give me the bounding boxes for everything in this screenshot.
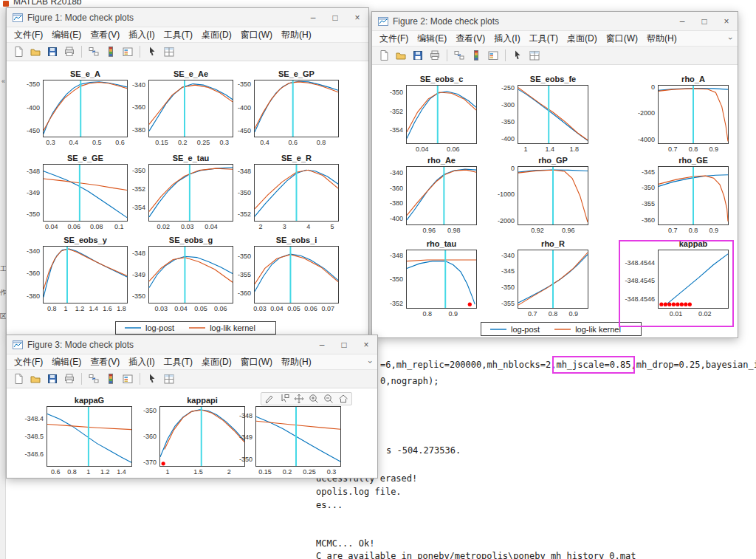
y-tick-label: -2000 — [622, 109, 655, 117]
figure-3-window: Figure 3: Mode check plots – □ × 文件(F)编辑… — [6, 335, 378, 479]
red-dot — [680, 303, 684, 306]
y-tick-label: -380 — [371, 199, 403, 207]
y-tick-label: -355 — [482, 300, 515, 307]
y-tick-label: -400 — [7, 104, 40, 112]
subplot-title: SE_e_GE — [27, 154, 144, 162]
plot-canvas — [254, 164, 339, 222]
app-title: MATLAB R2018b — [13, 0, 82, 7]
y-tick-label: -348.6 — [11, 450, 44, 458]
axes-box — [255, 80, 339, 137]
y-tick-label: -350 — [124, 407, 157, 414]
y-tick-label: -340 — [482, 252, 515, 259]
x-tick-label: 1.5 — [186, 468, 211, 476]
zoom-out-icon[interactable] — [322, 393, 335, 405]
x-tick-label: 2 — [248, 223, 273, 230]
x-tick-label: 0.96 — [556, 227, 581, 234]
axes-box — [407, 167, 477, 225]
axes-hover-toolbar — [261, 392, 352, 405]
y-tick-label: -350 — [7, 210, 40, 218]
x-tick-label: 0.3 — [38, 139, 63, 146]
matlab-window-top: MATLAB R2018b — [0, 0, 756, 7]
mh-jscale-highlight-box: mh_jscale=0.85 — [556, 360, 630, 370]
y-tick-label: -370 — [124, 459, 157, 466]
red-dot — [468, 303, 472, 306]
x-tick-label: 0.1 — [106, 223, 131, 230]
x-tick-label: 0.9 — [701, 227, 726, 234]
subplot-title: SE_eobs_i — [238, 236, 355, 244]
subplot-kappab: kappab-348.4544-348.4545-348.45460.010.0… — [658, 250, 729, 309]
axes-box — [659, 250, 729, 309]
y-tick-label: -2000 — [482, 217, 515, 224]
x-tick-label: 2 — [216, 468, 241, 476]
x-tick-label: 0.2 — [275, 468, 300, 476]
y-tick-label: -348 — [220, 412, 252, 419]
legend-item-log-post: log-post — [490, 325, 540, 334]
x-tick-label: 0.4 — [61, 139, 86, 146]
y-tick-label: -348.4546 — [622, 295, 655, 303]
legend-label: log-post — [511, 325, 540, 334]
plot-canvas — [658, 166, 729, 225]
subplot-SE_eobs_fe: SE_eobs_fe-250-300-350-40011.41.8 — [518, 85, 588, 144]
x-tick-label: 0.4 — [252, 139, 277, 146]
x-tick-label: 0.8 — [309, 139, 334, 146]
y-tick-label: 0 — [622, 83, 655, 91]
red-dot — [659, 303, 663, 306]
y-tick-label: -350 — [113, 167, 145, 174]
y-tick-label: 0 — [482, 165, 515, 172]
y-tick-label: -360 — [371, 185, 403, 192]
subplot-title: SE_e_A — [27, 69, 144, 78]
red-dot — [676, 303, 679, 306]
y-tick-label: -355 — [219, 271, 251, 278]
y-tick-label: -352 — [371, 300, 403, 307]
subplot-rho_GE: rho_GE-345-350-355-3600.70.80.9 — [658, 166, 729, 225]
zoom-in-icon[interactable] — [307, 393, 320, 405]
y-tick-label: -352 — [371, 108, 403, 115]
figure-2-window: Figure 2: Mode check plots – □ × 文件(F)编辑… — [371, 11, 738, 338]
y-tick-label: -350 — [371, 89, 403, 96]
subplot-title: kappaG — [30, 396, 148, 405]
subplot-title: SE_e_R — [238, 154, 355, 162]
subplot-title: SE_e_GP — [238, 69, 355, 78]
y-tick-label: -348.4545 — [622, 277, 655, 284]
axes-box — [256, 407, 341, 467]
red-dot — [664, 303, 667, 306]
plot-canvas — [406, 85, 477, 144]
x-tick-label: 0.02 — [151, 223, 176, 230]
x-tick-label: 0.03 — [175, 223, 200, 230]
y-tick-label: -350 — [371, 275, 403, 283]
console-line: C are available in poneby/metropolis\pon… — [316, 550, 636, 559]
plot-canvas — [518, 250, 588, 309]
y-tick-label: -400 — [371, 215, 403, 222]
menu-overflow-icon[interactable]: › — [366, 360, 375, 363]
restore-view-icon[interactable] — [337, 393, 350, 405]
plot-canvas — [406, 250, 477, 309]
y-tick-label: -350 — [482, 118, 515, 126]
x-tick-label: 0.15 — [252, 468, 278, 476]
y-tick-label: -450 — [219, 127, 251, 134]
brush-icon[interactable] — [263, 393, 276, 405]
x-tick-label: 0.6 — [281, 139, 306, 146]
x-tick-label: 0.07 — [315, 305, 340, 312]
subplot-kappaG: kappaG-348.4-348.5-348.60.60.811.21.4 — [47, 406, 132, 467]
x-tick-label: 0.06 — [208, 305, 233, 312]
y-tick-label: -350 — [7, 80, 40, 88]
subplot-SE_eobs_c: SE_eobs_c-350-352-3540.040.06 — [406, 85, 477, 144]
x-tick-label: 0.04 — [39, 223, 64, 230]
x-tick-label: 0.25 — [297, 468, 322, 476]
plot-canvas — [658, 250, 729, 309]
x-tick-label: 0.6 — [108, 139, 133, 146]
pan-icon[interactable] — [292, 393, 306, 405]
subplot-title: rho_R — [501, 239, 605, 248]
menu-overflow-icon[interactable]: › — [726, 37, 735, 40]
minimized-panel-strip[interactable]: «工作区 — [0, 7, 6, 559]
x-tick-label: 0.8 — [415, 310, 440, 318]
x-tick-label: 0.9 — [701, 145, 726, 153]
subplot-title: kappab — [642, 239, 738, 248]
datatip-icon[interactable] — [278, 393, 291, 405]
x-tick-label: 1 — [513, 145, 538, 153]
subplot-title: kappapi — [143, 396, 261, 405]
plot-canvas — [254, 246, 339, 303]
y-tick-label: -349 — [7, 189, 40, 196]
plot-area: SE_e_A-350-400-4500.30.40.50.6SE_e_Ae-34… — [7, 8, 368, 335]
y-tick-label: -380 — [7, 292, 40, 300]
